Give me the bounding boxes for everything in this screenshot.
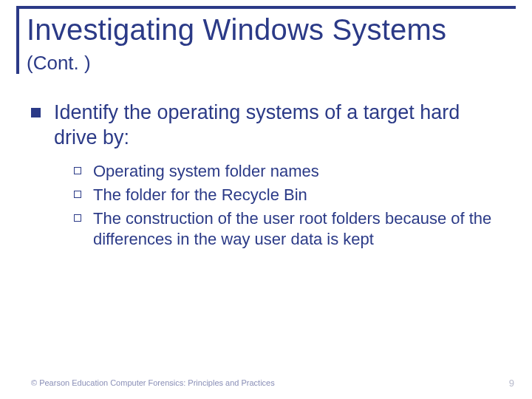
bullet-level2: Operating system folder names xyxy=(74,161,504,182)
square-bullet-icon xyxy=(31,108,41,117)
bullet-level2-text: The folder for the Recycle Bin xyxy=(93,185,307,205)
content-area: Identify the operating systems of a targ… xyxy=(31,100,504,253)
square-outline-icon xyxy=(74,167,81,174)
slide-subtitle: (Cont. ) xyxy=(27,52,91,75)
sub-bullet-group: Operating system folder names The folder… xyxy=(74,161,504,250)
square-outline-icon xyxy=(74,214,81,222)
header-rule-top xyxy=(16,6,516,9)
bullet-level2-text: The construction of the user root folder… xyxy=(93,208,504,250)
page-number: 9 xyxy=(509,378,514,389)
bullet-level1-text: Identify the operating systems of a targ… xyxy=(54,100,504,151)
square-outline-icon xyxy=(74,191,81,198)
bullet-level1: Identify the operating systems of a targ… xyxy=(31,100,504,151)
footer-copyright: © Pearson Education Computer Forensics: … xyxy=(31,378,275,387)
slide-title: Investigating Windows Systems xyxy=(27,13,446,47)
bullet-level2: The construction of the user root folder… xyxy=(74,208,504,250)
bullet-level2: The folder for the Recycle Bin xyxy=(74,185,504,205)
bullet-level2-text: Operating system folder names xyxy=(93,161,319,182)
header-rule-left xyxy=(16,6,19,74)
